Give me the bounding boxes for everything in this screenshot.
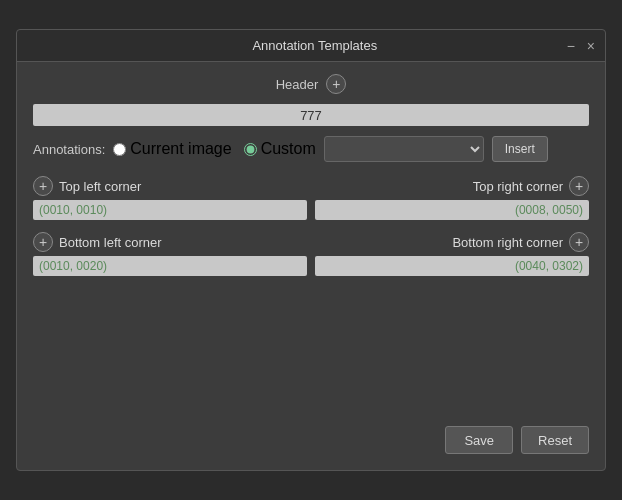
top-left-label: Top left corner [59,179,141,194]
radio-custom-input[interactable] [244,143,257,156]
corners-grid: + Top left corner (0010, 0010) + Top rig… [33,172,589,276]
titlebar: Annotation Templates − × [17,30,605,62]
bottom-right-label: Bottom right corner [452,235,563,250]
save-button[interactable]: Save [445,426,513,454]
corner-bottom-left: + Bottom left corner (0010, 0020) [33,228,307,276]
top-left-value-bar: (0010, 0010) [33,200,307,220]
header-label: Header [276,77,319,92]
bottom-left-label: Bottom left corner [59,235,162,250]
corner-top-right-header: + Top right corner [473,172,589,200]
content-area: Header + 777 Annotations: Current image … [17,62,605,470]
top-left-value: (0010, 0010) [39,203,107,217]
radio-custom-label: Custom [261,140,316,158]
custom-select[interactable] [324,136,484,162]
bottom-left-value-bar: (0010, 0020) [33,256,307,276]
minimize-button[interactable]: − [565,39,577,53]
close-button[interactable]: × [585,39,597,53]
bottom-right-add-button[interactable]: + [569,232,589,252]
annotations-label: Annotations: [33,142,105,157]
corner-top-left: + Top left corner (0010, 0010) [33,172,307,220]
bottom-buttons: Save Reset [33,426,589,454]
corner-top-right: + Top right corner (0008, 0050) [315,172,589,220]
top-left-add-button[interactable]: + [33,176,53,196]
bottom-left-add-button[interactable]: + [33,232,53,252]
top-right-add-button[interactable]: + [569,176,589,196]
insert-button[interactable]: Insert [492,136,548,162]
bottom-left-value: (0010, 0020) [39,259,107,273]
window-title: Annotation Templates [65,38,565,53]
header-value: 777 [300,108,322,123]
header-section: Header + [33,74,589,94]
header-add-button[interactable]: + [326,74,346,94]
bottom-right-value-bar: (0040, 0302) [315,256,589,276]
radio-custom[interactable]: Custom [244,140,316,158]
radio-current-image-input[interactable] [113,143,126,156]
corner-bottom-right-header: + Bottom right corner [452,228,589,256]
reset-button[interactable]: Reset [521,426,589,454]
corner-top-left-header: + Top left corner [33,172,307,200]
header-value-bar: 777 [33,104,589,126]
bottom-right-value: (0040, 0302) [515,259,583,273]
annotations-radio-group: Current image Custom [113,140,316,158]
main-window: Annotation Templates − × Header + 777 An… [16,29,606,471]
radio-current-image-label: Current image [130,140,231,158]
titlebar-controls: − × [565,39,597,53]
radio-current-image[interactable]: Current image [113,140,231,158]
top-right-value: (0008, 0050) [515,203,583,217]
corner-bottom-right: + Bottom right corner (0040, 0302) [315,228,589,276]
top-right-value-bar: (0008, 0050) [315,200,589,220]
corner-bottom-left-header: + Bottom left corner [33,228,307,256]
top-right-label: Top right corner [473,179,563,194]
annotations-row: Annotations: Current image Custom Insert [33,136,589,162]
